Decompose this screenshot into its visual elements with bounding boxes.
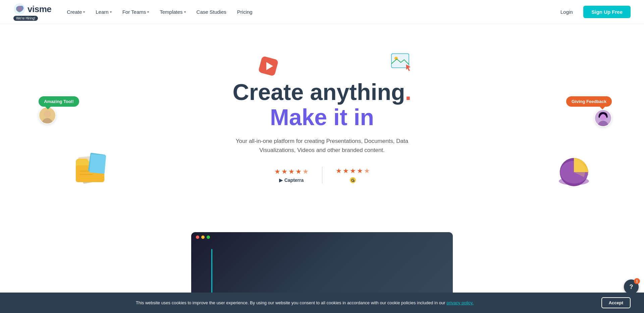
chevron-down-icon: ▾ — [184, 10, 186, 14]
nav-link-case-studies[interactable]: Case Studies — [192, 6, 231, 17]
feedback-speech-bubble: Giving Feedback — [566, 96, 612, 107]
nav-links: Create ▾ Learn ▾ For Teams ▾ Templates ▾… — [62, 6, 555, 17]
dot-green — [207, 236, 210, 239]
pie-chart-float — [555, 154, 592, 189]
hero-title-make: Make it in — [270, 104, 374, 130]
signup-button[interactable]: Sign Up Free — [583, 6, 631, 18]
nav-link-for-teams[interactable]: For Teams ▾ — [118, 6, 154, 17]
logo[interactable]: visme We're Hiring! — [13, 3, 51, 21]
cookie-text: This website uses cookies to improve the… — [13, 300, 596, 305]
hero-subtitle: Your all-in-one platform for creating Pr… — [235, 137, 409, 155]
nav-right: Login Sign Up Free — [555, 6, 631, 18]
privacy-policy-link[interactable]: privacy policy. — [446, 300, 474, 305]
hero-title: Create anything. Make it in — [233, 80, 412, 137]
svg-rect-19 — [90, 154, 106, 174]
help-button[interactable]: ? 1 — [624, 279, 639, 294]
nav-link-templates[interactable]: Templates ▾ — [155, 6, 190, 17]
login-button[interactable]: Login — [555, 6, 578, 17]
hero-section: Amazing Tool! Giving Feedback — [0, 24, 644, 232]
hero-title-create: Create anything — [233, 79, 405, 105]
nav-link-create[interactable]: Create ▾ — [62, 6, 90, 17]
g2-rating: ★ ★ ★ ★ ★ G 2 — [322, 167, 383, 184]
play-icon-float — [258, 56, 278, 77]
hiring-badge: We're Hiring! — [13, 16, 38, 21]
svg-point-10 — [598, 121, 608, 126]
g2-label: G 2 — [350, 177, 356, 184]
amazing-speech-bubble: Amazing Tool! — [39, 96, 79, 107]
accept-cookies-button[interactable]: Accept — [601, 297, 631, 308]
chevron-down-icon: ▾ — [83, 10, 85, 14]
nav-link-learn[interactable]: Learn ▾ — [91, 6, 116, 17]
help-badge: 1 — [634, 278, 640, 284]
feedback-bubble-group: Giving Feedback — [566, 96, 612, 127]
amazing-bubble-group: Amazing Tool! — [39, 96, 79, 124]
hero-ratings: ★ ★ ★ ★ ★ ▶ Capterra ★ ★ ★ ★ ★ — [261, 167, 383, 184]
capterra-rating: ★ ★ ★ ★ ★ ▶ Capterra — [261, 167, 322, 183]
window-dots — [191, 232, 215, 242]
chevron-down-icon: ▾ — [147, 10, 149, 14]
image-icon-float — [391, 51, 413, 74]
chevron-down-icon: ▾ — [110, 10, 112, 14]
nav-link-pricing[interactable]: Pricing — [232, 6, 257, 17]
svg-point-7 — [42, 118, 53, 123]
capterra-stars: ★ ★ ★ ★ ★ — [274, 167, 309, 175]
visme-logo-icon — [13, 3, 25, 15]
dot-red — [196, 236, 199, 239]
folder-icon-float — [71, 150, 111, 185]
navbar: visme We're Hiring! Create ▾ Learn ▾ For… — [0, 0, 644, 24]
capterra-label: ▶ Capterra — [279, 177, 304, 183]
svg-text:2: 2 — [353, 179, 355, 182]
svg-point-9 — [44, 111, 51, 117]
dot-yellow — [201, 236, 205, 239]
help-icon: ? — [630, 283, 633, 291]
g2-stars: ★ ★ ★ ★ ★ — [336, 167, 370, 175]
avatar-female — [594, 109, 612, 127]
cookie-banner: This website uses cookies to improve the… — [0, 293, 644, 313]
logo-wordmark: visme — [28, 4, 51, 14]
